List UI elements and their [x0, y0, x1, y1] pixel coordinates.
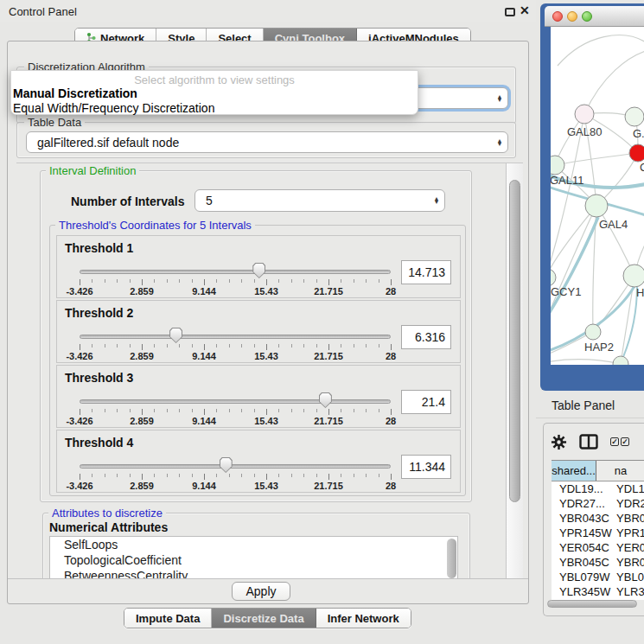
- network-edge-highlighted[interactable]: [551, 217, 598, 319]
- slider-thumb[interactable]: [220, 457, 233, 473]
- attribute-list-item[interactable]: SelfLoops: [50, 537, 457, 552]
- cell-shared-name[interactable]: YER054C: [552, 540, 612, 555]
- attribute-list-item[interactable]: BetweennessCentrality: [50, 568, 457, 578]
- slider-tick-label: 21.715: [314, 416, 343, 426]
- table-row[interactable]: YBR045CYBR0: [552, 555, 644, 570]
- network-edge-highlighted[interactable]: [623, 286, 637, 357]
- numerical-attributes-list[interactable]: SelfLoopsTopologicalCoefficientBetweenne…: [49, 536, 458, 578]
- slider-tick: [254, 279, 255, 283]
- slider-track[interactable]: [80, 464, 391, 469]
- slider-tick: [105, 344, 105, 348]
- slider-tick: [216, 279, 217, 283]
- split-table-icon[interactable]: [579, 434, 598, 450]
- slider-track[interactable]: [80, 399, 391, 404]
- attributes-scrollbar-thumb[interactable]: [447, 539, 456, 578]
- cell-shared-name[interactable]: YLR345W: [552, 584, 612, 599]
- cell-shared-name[interactable]: YBR045C: [552, 555, 612, 570]
- network-edge[interactable]: [555, 153, 638, 165]
- table-hscrollbar-thumb[interactable]: [547, 600, 637, 608]
- slider-tick: [216, 409, 217, 412]
- cell-name[interactable]: YDL1: [612, 481, 644, 496]
- cell-name[interactable]: YPR1: [612, 526, 644, 540]
- network-edge[interactable]: [584, 51, 644, 114]
- column-header-shared-name[interactable]: shared...: [552, 461, 596, 481]
- settings-scrollbar[interactable]: [506, 163, 523, 578]
- slider-thumb[interactable]: [252, 263, 265, 278]
- slider-track[interactable]: [80, 335, 391, 339]
- network-node[interactable]: [613, 356, 628, 365]
- threshold-value-field[interactable]: 21.4: [401, 390, 451, 414]
- cell-name[interactable]: YDR2: [612, 496, 644, 511]
- table-row[interactable]: YER054CYER0: [552, 540, 644, 555]
- algorithm-option[interactable]: Manual Discretization: [13, 86, 137, 100]
- close-traffic-light-icon[interactable]: [552, 11, 563, 22]
- algorithm-option[interactable]: Equal Width/Frequency Discretization: [13, 101, 214, 115]
- slider-tick: [179, 474, 180, 477]
- settings-scrollbar-thumb[interactable]: [509, 180, 520, 502]
- attribute-list-item[interactable]: TopologicalCoefficient: [50, 552, 457, 568]
- network-edge[interactable]: [558, 35, 644, 66]
- cell-shared-name[interactable]: YDL19...: [552, 481, 612, 496]
- gear-icon[interactable]: [551, 434, 567, 450]
- slider-tick: [142, 279, 143, 285]
- cell-shared-name[interactable]: YPR145W: [552, 526, 612, 540]
- cell-shared-name[interactable]: YBR043C: [552, 511, 612, 526]
- zoom-traffic-light-icon[interactable]: [582, 11, 592, 22]
- slider-thumb[interactable]: [319, 392, 332, 408]
- slider-tick: [391, 409, 392, 415]
- checkbox-icon[interactable]: ✓: [621, 437, 629, 446]
- table-row[interactable]: YPR145WYPR1: [552, 526, 644, 540]
- slider-thumb[interactable]: [169, 328, 182, 343]
- table-horizontal-scrollbar[interactable]: [545, 600, 643, 609]
- slider-tick: [92, 344, 92, 348]
- network-node[interactable]: [629, 144, 644, 162]
- network-edge[interactable]: [551, 206, 596, 321]
- slider-tick: [167, 279, 168, 283]
- network-node[interactable]: [585, 194, 608, 217]
- slider-tick: [80, 279, 80, 285]
- table-row[interactable]: YBL079WYBL0: [552, 570, 644, 584]
- float-window-icon[interactable]: [505, 8, 515, 16]
- network-canvas[interactable]: GAL80G.CGAL11GAL4GCY1HHAP2: [551, 27, 644, 365]
- network-edge[interactable]: [596, 206, 634, 276]
- apply-button[interactable]: Apply: [232, 582, 290, 601]
- tab-impute-data[interactable]: Impute Data: [124, 609, 212, 628]
- cell-name[interactable]: YBR0: [612, 555, 644, 570]
- checkbox-icon[interactable]: ✓: [610, 437, 619, 446]
- slider-tick-label: 2.859: [130, 351, 154, 361]
- slider-tick-label: 21.715: [314, 286, 343, 296]
- table-row[interactable]: YDL19...YDL1: [552, 481, 644, 496]
- network-node[interactable]: [575, 105, 594, 124]
- network-node[interactable]: [623, 265, 644, 287]
- table-panel: ✓ ✓ shared... na YDL19...YDL1YDR27...YDR…: [543, 423, 644, 616]
- table-data-select[interactable]: galFiltered.sif default node ▲▼: [26, 131, 508, 153]
- table-row[interactable]: YBR043CYBR0: [552, 511, 644, 526]
- combo-arrows-icon: ▲▼: [492, 95, 507, 102]
- column-header-name[interactable]: na: [596, 461, 644, 481]
- tab-infer-network[interactable]: Infer Network: [316, 609, 411, 628]
- close-icon[interactable]: ✕: [520, 3, 530, 17]
- network-edge[interactable]: [551, 360, 621, 364]
- table-row[interactable]: YLR345WYLR3: [552, 584, 644, 599]
- cell-name[interactable]: YLR3: [612, 584, 644, 599]
- table-row[interactable]: YDR27...YDR2: [552, 496, 644, 511]
- slider-tick: [192, 344, 193, 348]
- network-node[interactable]: [551, 269, 556, 286]
- slider-track[interactable]: [80, 270, 391, 274]
- network-node[interactable]: [625, 107, 644, 126]
- cell-name[interactable]: YBR0: [612, 511, 644, 526]
- slider-tick: [303, 474, 304, 477]
- network-node[interactable]: [585, 324, 601, 340]
- threshold-value-field[interactable]: 6.316: [401, 325, 451, 349]
- cell-shared-name[interactable]: YDR27...: [552, 496, 612, 511]
- cell-name[interactable]: YER0: [612, 540, 644, 555]
- tab-discretize-data[interactable]: Discretize Data: [212, 609, 316, 628]
- number-of-intervals-select[interactable]: 5 ▲▼: [194, 189, 445, 212]
- threshold-value-field[interactable]: 14.713: [401, 260, 451, 284]
- node-table[interactable]: shared... na YDL19...YDL1YDR27...YDR2YBR…: [552, 460, 644, 600]
- cell-shared-name[interactable]: YBL079W: [552, 570, 612, 584]
- minimize-traffic-light-icon[interactable]: [567, 11, 577, 22]
- thresholds-group-title: Threshold's Coordinates for 5 Intervals: [55, 219, 255, 232]
- threshold-value-field[interactable]: 11.344: [401, 455, 451, 479]
- cell-name[interactable]: YBL0: [612, 570, 644, 584]
